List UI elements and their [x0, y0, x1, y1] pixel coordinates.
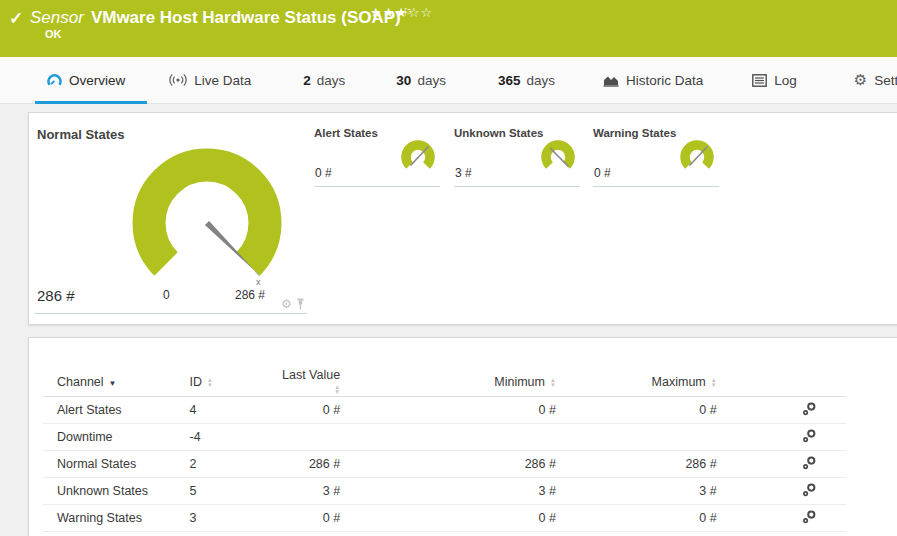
- gauge-icon: [47, 73, 62, 88]
- tab-label: Historic Data: [626, 73, 703, 88]
- sort-icon: ▲▼: [711, 378, 717, 388]
- channels-table: Channel▼ ID▲▼ Last Value▲▼ Minimum▲▼ Max…: [43, 368, 846, 532]
- channel-minimum: 0 #: [340, 397, 556, 424]
- tab-live-data[interactable]: Live Data: [169, 57, 251, 103]
- channel-settings-icon[interactable]: [803, 510, 816, 527]
- tab-30-days[interactable]: 30 days: [396, 57, 446, 103]
- tab-overview[interactable]: Overview: [47, 57, 125, 103]
- column-header-maximum[interactable]: Maximum▲▼: [556, 368, 717, 397]
- channel-minimum: 286 #: [340, 451, 556, 478]
- check-icon: ✓: [9, 8, 23, 29]
- table-row[interactable]: Unknown States 5 3 # 3 # 3 #: [43, 478, 846, 505]
- priority-stars[interactable]: ★★★☆☆: [370, 5, 433, 20]
- mini-gauge-warning-states: Warning States 0 #: [593, 125, 719, 187]
- channel-maximum: 0 #: [556, 505, 717, 532]
- channel-last-value: 3 #: [279, 478, 340, 505]
- column-header-last-value[interactable]: Last Value▲▼: [279, 368, 340, 397]
- channel-minimum: 0 #: [340, 505, 556, 532]
- column-header-channel[interactable]: Channel▼: [43, 368, 190, 397]
- channel-name[interactable]: Unknown States: [43, 478, 190, 505]
- object-type-label: Sensor: [30, 8, 84, 27]
- tab-label: Settings: [874, 73, 897, 88]
- needle-tip-mark: x: [256, 277, 261, 287]
- channel-last-value: 286 #: [279, 451, 340, 478]
- sort-desc-icon: ▼: [109, 379, 117, 388]
- channel-id: 5: [190, 478, 280, 505]
- gauge-value: 286 #: [37, 287, 75, 304]
- pin-icon[interactable]: [296, 298, 305, 310]
- table-row[interactable]: Downtime -4: [43, 424, 846, 451]
- gear-icon: ⚙: [854, 71, 867, 89]
- gauges-panel: Normal States x 0 286 # 286 # ⚙ Alert St…: [28, 112, 897, 325]
- tab-log[interactable]: Log: [752, 57, 797, 103]
- gauge-title: Normal States: [37, 127, 124, 142]
- channel-minimum: [340, 424, 556, 451]
- status-badge: OK: [45, 28, 62, 40]
- tab-bar: Overview Live Data 2 days 30 days 365 da…: [0, 57, 897, 104]
- normal-states-gauge: x: [119, 137, 299, 297]
- channel-last-value: [279, 424, 340, 451]
- tab-number: 2: [303, 73, 311, 88]
- sort-icon: ▲▼: [550, 378, 556, 388]
- gauge-title: Warning States: [593, 127, 676, 139]
- tab-365-days[interactable]: 365 days: [498, 57, 555, 103]
- channel-name[interactable]: Downtime: [43, 424, 190, 451]
- tab-historic-data[interactable]: Historic Data: [603, 57, 703, 103]
- gauge-value: 0 #: [594, 166, 611, 180]
- channel-maximum: 3 #: [556, 478, 717, 505]
- sensor-title-line: SensorVMware Host Hardware Status (SOAP)…: [30, 6, 413, 28]
- gauge-tools: ⚙: [281, 297, 305, 311]
- table-row[interactable]: Alert States 4 0 # 0 # 0 #: [43, 397, 846, 424]
- alert-states-gauge: [400, 138, 436, 178]
- channel-settings-icon[interactable]: [803, 429, 816, 446]
- gauge-value: 3 #: [455, 166, 472, 180]
- sort-icon: ▲▼: [207, 378, 213, 388]
- tab-label: days: [417, 73, 446, 88]
- tab-label: Log: [774, 73, 797, 88]
- channel-settings-icon[interactable]: [803, 402, 816, 419]
- column-header-minimum[interactable]: Minimum▲▼: [340, 368, 556, 397]
- table-row[interactable]: Warning States 3 0 # 0 # 0 #: [43, 505, 846, 532]
- sensor-overview-page: ✓ SensorVMware Host Hardware Status (SOA…: [0, 0, 897, 536]
- stars-empty: ☆☆: [408, 5, 433, 20]
- channel-id: 4: [190, 397, 280, 424]
- channel-minimum: 3 #: [340, 478, 556, 505]
- broadcast-icon: [169, 73, 187, 87]
- log-icon: [752, 74, 767, 87]
- tab-settings[interactable]: ⚙ Settings: [854, 57, 897, 103]
- sort-icon: ▲▼: [334, 385, 340, 395]
- tab-number: 30: [396, 73, 411, 88]
- channel-last-value: 0 #: [279, 397, 340, 424]
- channel-id: -4: [190, 424, 280, 451]
- channel-maximum: 286 #: [556, 451, 717, 478]
- area-chart-icon: [603, 74, 619, 87]
- column-header-tools: [717, 368, 846, 397]
- sensor-status-header: ✓ SensorVMware Host Hardware Status (SOA…: [0, 0, 897, 57]
- tab-number: 365: [498, 73, 521, 88]
- channel-settings-icon[interactable]: [803, 456, 816, 473]
- warning-states-gauge: [679, 138, 715, 178]
- channel-last-value: 0 #: [279, 505, 340, 532]
- gear-icon[interactable]: ⚙: [281, 297, 292, 311]
- tab-label: Live Data: [194, 73, 251, 88]
- divider: [35, 313, 307, 314]
- mini-gauge-alert-states: Alert States 0 #: [314, 125, 440, 187]
- channel-maximum: 0 #: [556, 397, 717, 424]
- gauge-title: Unknown States: [454, 127, 543, 139]
- mini-gauge-unknown-states: Unknown States 3 #: [454, 125, 580, 187]
- tab-label: days: [526, 73, 555, 88]
- column-header-id[interactable]: ID▲▼: [190, 368, 280, 397]
- table-row[interactable]: Normal States 2 286 # 286 # 286 #: [43, 451, 846, 478]
- tab-label: days: [317, 73, 346, 88]
- channel-name[interactable]: Warning States: [43, 505, 190, 532]
- channel-name[interactable]: Alert States: [43, 397, 190, 424]
- gauge-value: 0 #: [315, 166, 332, 180]
- tab-2-days[interactable]: 2 days: [303, 57, 345, 103]
- channel-settings-icon[interactable]: [803, 483, 816, 500]
- channel-id: 3: [190, 505, 280, 532]
- table-header-row: Channel▼ ID▲▼ Last Value▲▼ Minimum▲▼ Max…: [43, 368, 846, 397]
- gauge-max-label: 286 #: [235, 288, 265, 302]
- channel-maximum: [556, 424, 717, 451]
- channel-name[interactable]: Normal States: [43, 451, 190, 478]
- page-title: VMware Host Hardware Status (SOAP): [91, 8, 401, 27]
